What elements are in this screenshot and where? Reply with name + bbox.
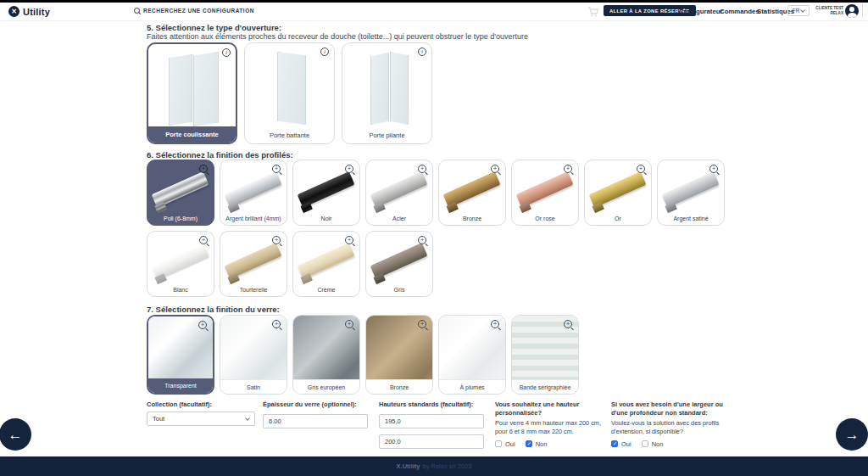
option-glass-bande-serigraphiee[interactable]: Bande sérigraphiée	[511, 315, 579, 395]
zoom-icon[interactable]	[272, 236, 281, 245]
option-profile-acier[interactable]: Acier	[365, 160, 433, 226]
zoom-icon[interactable]	[345, 320, 354, 329]
option-glass-satin[interactable]: Satin	[220, 315, 287, 395]
profile-image	[370, 171, 428, 208]
zoom-icon[interactable]	[199, 165, 209, 174]
custom-height-non-checkbox[interactable]	[526, 440, 532, 447]
profile-image	[662, 171, 720, 208]
collection-select[interactable]: Tout	[147, 412, 255, 426]
height-input-2[interactable]	[379, 434, 484, 449]
option-glass-transparent[interactable]: Transparent	[147, 315, 214, 395]
option-profile-or[interactable]: Or	[584, 160, 652, 226]
option-label: Blanc	[147, 287, 214, 293]
zoom-icon[interactable]	[418, 236, 427, 245]
footer: X.Utility by Relax srl 2023	[0, 456, 868, 476]
thickness-label: Épaisseur du verre (optionnel):	[263, 400, 370, 408]
language-select[interactable]: FR	[787, 5, 810, 16]
zoom-icon[interactable]	[199, 236, 209, 245]
height-input-1[interactable]	[379, 414, 484, 428]
option-glass-a-plumes[interactable]: À plumes	[438, 315, 506, 395]
user-name: CLIENTE TEST RELAX	[810, 6, 843, 16]
option-label: Gris	[366, 287, 432, 293]
avatar[interactable]	[845, 4, 859, 18]
footer-brand: X.Utility	[397, 462, 420, 470]
previous-step-button[interactable]: ←	[0, 418, 31, 451]
custom-height-note: Pour verre 4 mm hauteur max 200 cm, pour…	[495, 419, 603, 436]
app-logo[interactable]: ✕ Utility	[8, 6, 50, 17]
option-porte-coulissante[interactable]: i Porte coulissante	[147, 42, 237, 144]
header: ✕ Utility RECHERCHEZ UNE CONFIGURATION A…	[0, 3, 868, 21]
zoom-icon[interactable]	[198, 321, 208, 330]
option-glass-gris-europeen[interactable]: Gris européen	[292, 315, 360, 395]
zoom-icon[interactable]	[345, 165, 354, 174]
nav-commandes[interactable]: Commandes	[720, 8, 760, 15]
zoom-icon[interactable]	[418, 165, 427, 174]
option-label: Poli (6-8mm)	[147, 216, 214, 221]
chevron-down-icon	[245, 416, 250, 421]
option-label: Acier	[366, 216, 432, 221]
option-porte-pliante[interactable]: i Porte pliante	[342, 42, 432, 144]
section-opening-warning: Faites attention aux éléments proches du…	[147, 32, 528, 41]
next-step-button[interactable]: →	[836, 418, 868, 451]
profile-image	[298, 171, 355, 208]
extension-field: Si vous avez besoin d'une largeur ou d'u…	[611, 400, 723, 448]
zoom-icon[interactable]	[272, 165, 281, 174]
option-label: Transparent	[148, 378, 213, 393]
option-profile-creme[interactable]: Crème	[292, 231, 360, 297]
option-profile-gris[interactable]: Gris	[365, 231, 433, 297]
nav-configurateur[interactable]: Configurateur	[679, 8, 723, 15]
extension-choices: Oui Non	[611, 440, 723, 448]
profile-image	[225, 243, 282, 279]
option-profile-blanc[interactable]: Blanc	[147, 231, 214, 297]
profile-image	[152, 171, 209, 208]
zoom-icon[interactable]	[709, 165, 719, 174]
profile-image	[443, 171, 501, 208]
zoom-icon[interactable]	[491, 320, 500, 329]
door-image	[245, 43, 334, 126]
heights-label: Hauteurs standards (facultatif):	[379, 400, 486, 408]
option-profile-argent-satine[interactable]: Argent satiné	[657, 160, 725, 226]
arrow-right-icon: →	[845, 428, 860, 442]
option-profile-argent-brillant[interactable]: Argent brillant (4mm)	[220, 160, 287, 226]
avatar-body	[848, 13, 857, 18]
zoom-icon[interactable]	[345, 236, 354, 245]
profile-image	[370, 243, 428, 279]
extension-non-checkbox[interactable]	[642, 440, 648, 447]
logo-text: Utility	[23, 7, 50, 17]
option-profile-or-rose[interactable]: Or rose	[511, 160, 579, 226]
extension-title: Si vous avez besoin d'une largeur ou d'u…	[611, 400, 723, 417]
option-glass-bronze[interactable]: Bronze	[365, 315, 433, 395]
zoom-icon[interactable]	[564, 165, 573, 174]
option-label: À plumes	[439, 379, 505, 394]
zoom-icon[interactable]	[491, 165, 500, 174]
option-label: Porte pliante	[342, 127, 431, 143]
glass-pane	[169, 54, 192, 126]
info-icon[interactable]: i	[222, 48, 231, 57]
glass-pane	[390, 52, 409, 125]
option-label: Bande sérigraphiée	[512, 379, 578, 394]
cart-icon[interactable]	[587, 6, 599, 18]
search-input[interactable]: RECHERCHEZ UNE CONFIGURATION	[134, 8, 254, 14]
custom-height-oui-checkbox[interactable]	[495, 440, 502, 447]
zoom-icon[interactable]	[418, 320, 427, 329]
zoom-icon[interactable]	[564, 320, 573, 329]
option-profile-poli[interactable]: Poli (6-8mm)	[147, 160, 214, 226]
option-profile-noir[interactable]: Noir	[292, 160, 360, 226]
option-profile-tourterelle[interactable]: Tourterelle	[220, 231, 287, 297]
door-image	[148, 44, 236, 126]
option-label: Tourterelle	[220, 287, 287, 293]
thickness-input[interactable]	[263, 414, 368, 428]
zoom-icon[interactable]	[272, 320, 281, 329]
option-profile-bronze[interactable]: Bronze	[438, 160, 506, 226]
option-label: Porte coulissante	[148, 126, 236, 143]
zoom-icon[interactable]	[637, 165, 646, 174]
info-icon[interactable]: i	[320, 48, 329, 56]
search-icon	[134, 8, 140, 14]
non-label: Non	[652, 440, 664, 448]
extension-oui-checkbox[interactable]	[611, 440, 618, 447]
section-profiles-title: 6. Sélectionnez la finition des profilés…	[147, 150, 293, 160]
info-icon[interactable]: i	[418, 48, 426, 56]
footer-text: by Relax srl 2023	[422, 462, 471, 470]
option-label: Bronze	[439, 216, 505, 221]
option-porte-battante[interactable]: i Porte battante	[244, 42, 335, 144]
